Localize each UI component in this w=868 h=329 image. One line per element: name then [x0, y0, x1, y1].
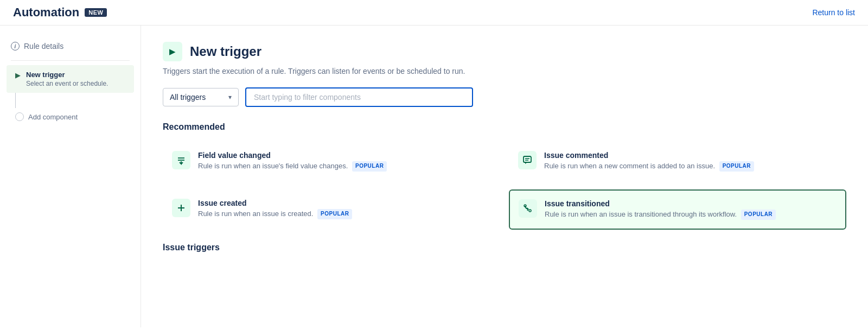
sidebar-trigger-subtitle: Select an event or schedule.: [26, 80, 108, 87]
card-issue-transitioned-desc: Rule is run when an issue is transitione…: [545, 210, 776, 220]
popular-badge-issue-created: POPULAR: [317, 209, 352, 219]
circle-icon: [15, 112, 24, 121]
add-component-label: Add component: [28, 113, 78, 121]
top-bar: Automation NEW Return to list: [0, 0, 868, 26]
top-bar-left: Automation NEW: [13, 5, 107, 20]
card-issue-transitioned[interactable]: Issue transitioned Rule is run when an i…: [509, 189, 846, 230]
play-icon: ▶: [15, 71, 21, 79]
popular-badge-field-value: POPULAR: [352, 161, 387, 172]
sidebar-rule-details[interactable]: i Rule details: [0, 36, 141, 56]
connector-line: [15, 93, 16, 108]
card-field-value-desc: Rule is run when an issue's field value …: [198, 161, 387, 172]
card-issue-transitioned-body: Issue transitioned Rule is run when an i…: [545, 199, 776, 220]
sidebar: i Rule details ▶ New trigger Select an e…: [0, 26, 141, 327]
issue-commented-icon: [518, 151, 537, 169]
issue-transitioned-icon: [519, 199, 537, 218]
play-circle-icon: ▶: [163, 42, 182, 61]
card-issue-created-desc: Rule is run when an issue is created. PO…: [198, 209, 352, 219]
card-issue-created-title: Issue created: [198, 199, 352, 207]
sidebar-add-component[interactable]: Add component: [7, 108, 134, 125]
content-area: ▶ New trigger Triggers start the executi…: [141, 26, 868, 327]
sidebar-trigger-item[interactable]: ▶ New trigger Select an event or schedul…: [7, 65, 134, 93]
return-to-list-link[interactable]: Return to list: [812, 8, 855, 17]
sidebar-divider: [11, 60, 130, 61]
sidebar-trigger-title: New trigger: [26, 71, 108, 79]
triggers-dropdown[interactable]: All triggers ▾: [163, 88, 239, 106]
svg-point-9: [529, 210, 531, 212]
card-issue-created[interactable]: Issue created Rule is run when an issue …: [163, 189, 500, 230]
card-issue-transitioned-title: Issue transitioned: [545, 199, 776, 208]
content-subtitle: Triggers start the execution of a rule. …: [163, 67, 846, 75]
recommended-section-title: Recommended: [163, 122, 846, 132]
card-field-value-title: Field value changed: [198, 151, 387, 160]
popular-badge-issue-commented: POPULAR: [719, 161, 754, 172]
filter-input[interactable]: [245, 87, 473, 107]
filter-row: All triggers ▾: [163, 87, 846, 107]
card-field-value-changed[interactable]: Field value changed Rule is run when an …: [163, 142, 500, 181]
card-issue-commented-desc: Rule is run when a new comment is added …: [544, 161, 754, 172]
main-layout: i Rule details ▶ New trigger Select an e…: [0, 26, 868, 327]
content-title: New trigger: [190, 44, 261, 59]
cards-grid: Field value changed Rule is run when an …: [163, 142, 846, 230]
sidebar-trigger-info: New trigger Select an event or schedule.: [26, 71, 108, 87]
card-issue-commented-body: Issue commented Rule is run when a new c…: [544, 151, 754, 172]
card-field-value-body: Field value changed Rule is run when an …: [198, 151, 387, 172]
issue-created-icon: [172, 199, 190, 217]
chevron-down-icon: ▾: [228, 93, 232, 101]
svg-rect-3: [524, 156, 531, 162]
card-issue-created-body: Issue created Rule is run when an issue …: [198, 199, 352, 219]
new-badge: NEW: [85, 8, 107, 17]
popular-badge-issue-transitioned: POPULAR: [741, 210, 776, 220]
rule-details-label: Rule details: [24, 42, 63, 50]
card-issue-commented[interactable]: Issue commented Rule is run when a new c…: [509, 142, 846, 181]
card-issue-commented-title: Issue commented: [544, 151, 754, 160]
info-icon: i: [11, 42, 20, 50]
dropdown-label: All triggers: [170, 93, 206, 102]
field-value-icon: [172, 151, 190, 169]
app-title: Automation: [13, 5, 79, 20]
content-header: ▶ New trigger: [163, 42, 846, 61]
issue-triggers-section-title: Issue triggers: [163, 243, 846, 252]
